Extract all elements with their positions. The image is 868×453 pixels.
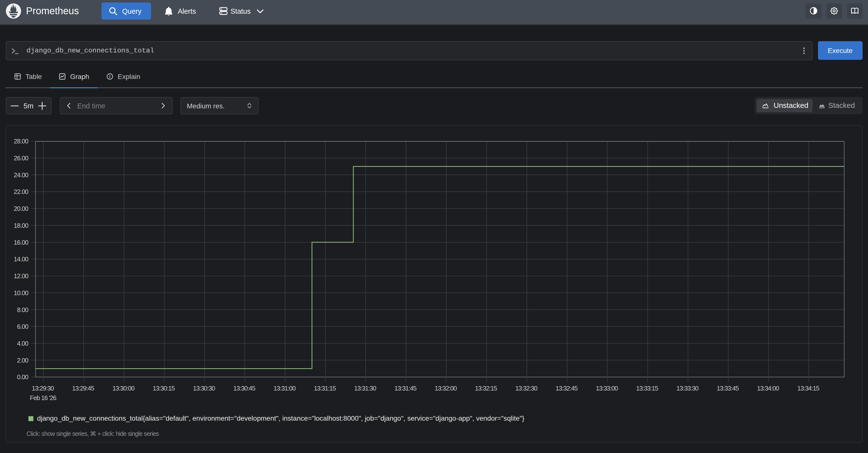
svg-text:4.00: 4.00: [17, 340, 28, 347]
svg-text:13:32:30: 13:32:30: [515, 385, 537, 392]
svg-text:13:30:15: 13:30:15: [153, 385, 175, 392]
svg-text:24.00: 24.00: [14, 171, 28, 179]
svg-text:18.00: 18.00: [14, 222, 28, 229]
svg-text:13:31:30: 13:31:30: [354, 385, 376, 392]
svg-text:13:30:45: 13:30:45: [233, 385, 255, 392]
svg-text:13:29:45: 13:29:45: [72, 385, 94, 392]
svg-text:28.00: 28.00: [14, 137, 28, 145]
svg-text:13:33:00: 13:33:00: [596, 385, 618, 392]
svg-text:12.00: 12.00: [14, 272, 28, 280]
svg-text:13:33:45: 13:33:45: [717, 385, 739, 392]
svg-text:13:33:15: 13:33:15: [636, 385, 658, 392]
svg-text:26.00: 26.00: [14, 155, 28, 162]
svg-text:Feb 16 '26: Feb 16 '26: [30, 394, 56, 401]
svg-text:14.00: 14.00: [14, 255, 28, 263]
svg-text:2.00: 2.00: [17, 357, 28, 364]
svg-text:13:32:45: 13:32:45: [556, 385, 578, 392]
svg-text:6.00: 6.00: [17, 323, 28, 330]
svg-text:16.00: 16.00: [14, 239, 28, 246]
svg-text:10.00: 10.00: [14, 289, 28, 297]
svg-text:22.00: 22.00: [14, 188, 28, 195]
svg-text:20.00: 20.00: [14, 205, 28, 212]
svg-text:0.00: 0.00: [17, 373, 28, 381]
svg-text:13:33:30: 13:33:30: [677, 385, 699, 392]
svg-text:13:34:00: 13:34:00: [757, 385, 779, 392]
svg-text:8.00: 8.00: [17, 306, 28, 314]
svg-text:13:32:15: 13:32:15: [475, 385, 497, 392]
svg-text:13:30:00: 13:30:00: [112, 385, 134, 392]
svg-text:13:31:45: 13:31:45: [394, 385, 416, 392]
svg-text:13:32:00: 13:32:00: [435, 385, 457, 392]
svg-text:13:31:15: 13:31:15: [314, 385, 336, 392]
svg-text:13:30:30: 13:30:30: [193, 385, 215, 392]
svg-text:13:29:30: 13:29:30: [32, 385, 54, 392]
svg-text:13:34:15: 13:34:15: [797, 385, 819, 392]
svg-text:13:31:00: 13:31:00: [274, 385, 296, 392]
